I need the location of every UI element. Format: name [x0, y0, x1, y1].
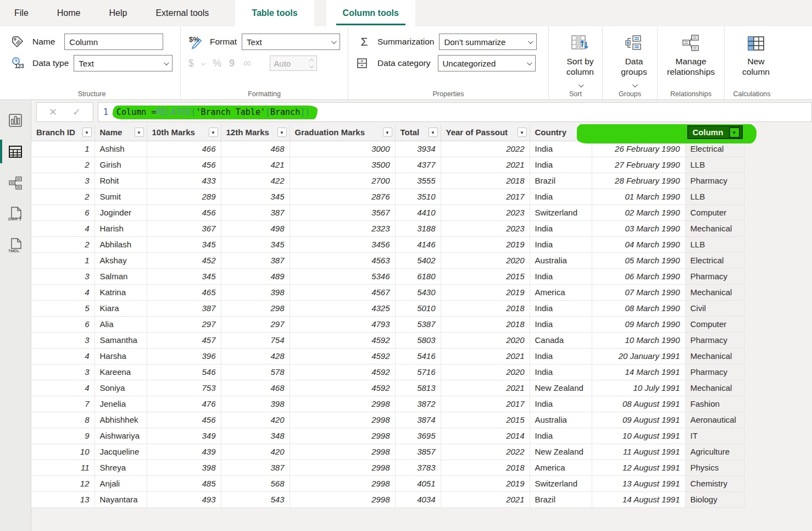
column-header-branch-id[interactable]: Branch ID▾ — [31, 124, 94, 141]
cell: 485 — [147, 475, 221, 491]
cell: 345 — [221, 189, 290, 204]
cell: 6 — [31, 316, 94, 332]
column-header-column[interactable]: Column▾ — [685, 124, 744, 141]
cell: Pharmacy — [685, 173, 744, 189]
data-type-select[interactable]: Text — [74, 55, 173, 71]
decimal-auto-stepper: Auto — [270, 56, 317, 71]
cell: 489 — [221, 268, 290, 284]
cell: 2017 — [441, 189, 530, 204]
cell: Soniya — [94, 380, 147, 396]
manage-relationships-button[interactable]: Manage relationships — [665, 33, 716, 78]
model-view-button[interactable] — [0, 167, 31, 198]
cell: 08 August 1991 — [592, 396, 685, 412]
filter-dropdown-icon[interactable]: ▾ — [209, 128, 218, 137]
cell: 01 March 1990 — [592, 189, 685, 204]
cell: Harish — [94, 220, 147, 236]
cell: 2019 — [441, 284, 530, 300]
column-header-name[interactable]: Name▾ — [94, 124, 147, 141]
cell: 8 — [31, 412, 94, 428]
cell: 27 February 1990 — [592, 157, 685, 173]
tmdl-view-button[interactable]: TMDL — [0, 230, 31, 261]
column-name-input[interactable]: Column — [64, 34, 163, 50]
cell: 457 — [147, 332, 221, 348]
ribbon-group-relationships: Manage relationships Relationships — [657, 26, 724, 99]
cell: 4 — [31, 284, 94, 300]
filter-dropdown-icon[interactable]: ▾ — [135, 128, 144, 137]
ribbon-group-properties: Σ Summarization Don't summarize Data cat… — [348, 26, 548, 99]
cell: 468 — [221, 141, 290, 157]
cell: 08 March 1990 — [592, 300, 685, 316]
cell: Rohit — [94, 173, 147, 189]
cell: 456 — [147, 412, 221, 428]
tab-column-tools[interactable]: Column tools — [326, 0, 415, 26]
cell: 10 — [31, 444, 94, 460]
cell: Biology — [685, 491, 744, 507]
filter-dropdown-icon[interactable]: ▾ — [518, 128, 527, 137]
cell: 3 — [31, 364, 94, 380]
filter-dropdown-icon[interactable]: ▾ — [277, 128, 287, 137]
formula-line-number: 1 — [103, 107, 108, 117]
tab-home[interactable]: Home — [43, 0, 95, 26]
sort-by-column-button[interactable]: Sort by column — [557, 33, 604, 87]
chevron-down-icon — [528, 38, 533, 44]
cell: 2 — [31, 157, 94, 173]
chevron-down-icon — [164, 60, 169, 65]
tab-file[interactable]: File — [0, 0, 43, 26]
formula-input[interactable]: 1 Column = RELATED('Branch Table'[Branch… — [98, 102, 812, 122]
cell: 2 — [31, 189, 94, 204]
cell: 14 March 1991 — [592, 364, 685, 380]
table-row: 4Soniya753468459258132021New Zealand10 J… — [31, 380, 744, 396]
tab-table-tools[interactable]: Table tools — [235, 0, 314, 26]
tmdl-label: TMDL — [8, 248, 20, 253]
column-header-10th-marks[interactable]: 10th Marks▾ — [147, 124, 221, 141]
cancel-formula-button[interactable]: ✕ — [49, 106, 57, 118]
cell: 297 — [147, 316, 221, 332]
cell: 456 — [147, 157, 221, 173]
cell: 6180 — [395, 268, 441, 284]
cell: Samantha — [94, 332, 147, 348]
dax-query-view-button[interactable]: DAX — [0, 198, 31, 230]
cell: Brazil — [530, 491, 592, 507]
formatting-group-label: Formatting — [181, 90, 348, 98]
cell: 2323 — [290, 220, 395, 236]
tab-external-tools[interactable]: External tools — [141, 0, 223, 26]
summarization-select[interactable]: Don't summarize — [439, 34, 537, 50]
tab-help[interactable]: Help — [94, 0, 141, 26]
cell: 13 — [31, 491, 94, 507]
manage-relationships-icon — [682, 34, 700, 53]
new-column-button[interactable]: New column — [732, 33, 780, 78]
filter-dropdown-icon[interactable]: ▾ — [729, 127, 740, 138]
cell: Pharmacy — [685, 268, 744, 284]
table-row: 12Anjali485568299840512019Switzerland13 … — [31, 475, 744, 491]
cell: 546 — [147, 364, 221, 380]
cell: Electrical — [685, 252, 744, 268]
column-header-12th-marks[interactable]: 12th Marks▾ — [221, 124, 290, 141]
report-view-icon — [8, 113, 23, 128]
cell: 420 — [221, 444, 290, 460]
column-header-total[interactable]: Total▾ — [395, 124, 441, 141]
table-row: 3Kareena546578459257162020India14 March … — [31, 364, 744, 380]
column-header-year-of-passout[interactable]: Year of Passout▾ — [441, 124, 530, 141]
cell: 476 — [147, 396, 221, 412]
cell: Shreya — [94, 460, 147, 475]
filter-dropdown-icon[interactable]: ▾ — [429, 128, 438, 137]
commit-formula-button[interactable]: ✓ — [73, 106, 81, 118]
column-header-label: 12th Marks — [226, 128, 269, 137]
data-category-select[interactable]: Uncategorized — [438, 55, 536, 71]
model-view-icon — [8, 176, 23, 190]
column-header-graduation-marks[interactable]: Graduation Marks▾ — [290, 124, 395, 141]
data-groups-button[interactable]: Data groups — [610, 33, 658, 87]
properties-group-label: Properties — [348, 90, 548, 98]
cell: 2023 — [441, 204, 530, 220]
cell: 6 — [31, 204, 94, 220]
data-type-icon: 123 — [11, 56, 27, 70]
cell: 2021 — [441, 491, 530, 507]
filter-dropdown-icon[interactable]: ▾ — [82, 128, 92, 137]
report-view-button[interactable] — [0, 104, 31, 136]
format-select[interactable]: Text — [242, 34, 340, 50]
tmdl-view-icon: TMDL — [7, 237, 24, 254]
data-view-button[interactable] — [0, 136, 31, 167]
cell: 4034 — [395, 491, 441, 507]
cell: Aishwariya — [94, 428, 147, 444]
filter-dropdown-icon[interactable]: ▾ — [383, 128, 392, 137]
